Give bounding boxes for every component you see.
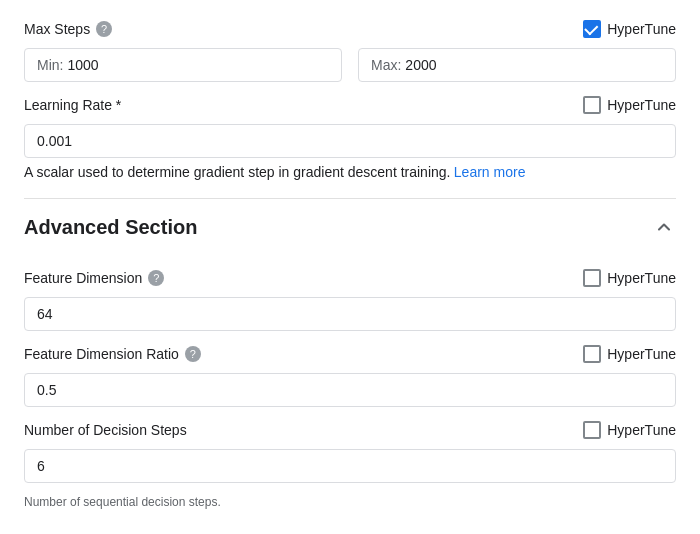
learning-rate-hypertune-group: HyperTune [583, 96, 676, 114]
learning-rate-description: A scalar used to determine gradient step… [24, 164, 676, 180]
learning-rate-label: Learning Rate * [24, 97, 121, 113]
max-label: Max: [371, 57, 401, 73]
feature-dimension-ratio-hypertune-checkbox[interactable] [583, 345, 601, 363]
learning-rate-label-group: Learning Rate * [24, 97, 121, 113]
learning-rate-hypertune-checkbox[interactable] [583, 96, 601, 114]
feature-dimension-label: Feature Dimension [24, 270, 142, 286]
max-steps-hypertune-group: HyperTune [583, 20, 676, 38]
feature-dimension-ratio-field [24, 373, 676, 407]
decision-steps-header: Number of Decision Steps HyperTune [24, 421, 676, 439]
max-steps-label: Max Steps [24, 21, 90, 37]
feature-dimension-input[interactable] [24, 297, 676, 331]
feature-dimension-ratio-header: Feature Dimension Ratio ? HyperTune [24, 345, 676, 363]
decision-steps-hypertune-group: HyperTune [583, 421, 676, 439]
learning-rate-header: Learning Rate * HyperTune [24, 96, 676, 114]
min-label: Min: [37, 57, 63, 73]
feature-dimension-ratio-label: Feature Dimension Ratio [24, 346, 179, 362]
feature-dimension-hypertune-checkbox[interactable] [583, 269, 601, 287]
feature-dimension-ratio-hypertune-group: HyperTune [583, 345, 676, 363]
max-input[interactable] [405, 57, 663, 73]
min-input-wrapper: Min: [24, 48, 342, 82]
learning-rate-hypertune-label: HyperTune [607, 97, 676, 113]
feature-dimension-ratio-input[interactable] [24, 373, 676, 407]
max-steps-help-icon[interactable]: ? [96, 21, 112, 37]
min-input[interactable] [67, 57, 329, 73]
feature-dimension-hypertune-group: HyperTune [583, 269, 676, 287]
feature-dimension-field [24, 297, 676, 331]
learning-rate-field: A scalar used to determine gradient step… [24, 124, 676, 180]
max-steps-hypertune-label: HyperTune [607, 21, 676, 37]
feature-dimension-hypertune-label: HyperTune [607, 270, 676, 286]
advanced-section-header[interactable]: Advanced Section [24, 198, 676, 253]
min-input-container: Min: [24, 48, 342, 82]
max-input-wrapper: Max: [358, 48, 676, 82]
advanced-section-title: Advanced Section [24, 216, 197, 239]
decision-steps-hypertune-label: HyperTune [607, 422, 676, 438]
decision-steps-description: Number of sequential decision steps. [24, 495, 676, 509]
feature-dimension-ratio-hypertune-label: HyperTune [607, 346, 676, 362]
max-steps-hypertune-checkbox[interactable] [583, 20, 601, 38]
feature-dimension-ratio-help-icon[interactable]: ? [185, 346, 201, 362]
decision-steps-field: Number of sequential decision steps. [24, 449, 676, 509]
learn-more-link[interactable]: Learn more [454, 164, 526, 180]
max-input-container: Max: [358, 48, 676, 82]
feature-dimension-ratio-label-group: Feature Dimension Ratio ? [24, 346, 201, 362]
feature-dimension-header: Feature Dimension ? HyperTune [24, 269, 676, 287]
decision-steps-label: Number of Decision Steps [24, 422, 187, 438]
feature-dimension-help-icon[interactable]: ? [148, 270, 164, 286]
feature-dimension-label-group: Feature Dimension ? [24, 270, 164, 286]
max-steps-label-group: Max Steps ? [24, 21, 112, 37]
decision-steps-hypertune-checkbox[interactable] [583, 421, 601, 439]
max-steps-header: Max Steps ? HyperTune [24, 20, 676, 38]
max-steps-inputs: Min: Max: [24, 48, 676, 82]
decision-steps-label-group: Number of Decision Steps [24, 422, 187, 438]
decision-steps-input[interactable] [24, 449, 676, 483]
learning-rate-input[interactable] [24, 124, 676, 158]
collapse-button[interactable] [652, 215, 676, 239]
